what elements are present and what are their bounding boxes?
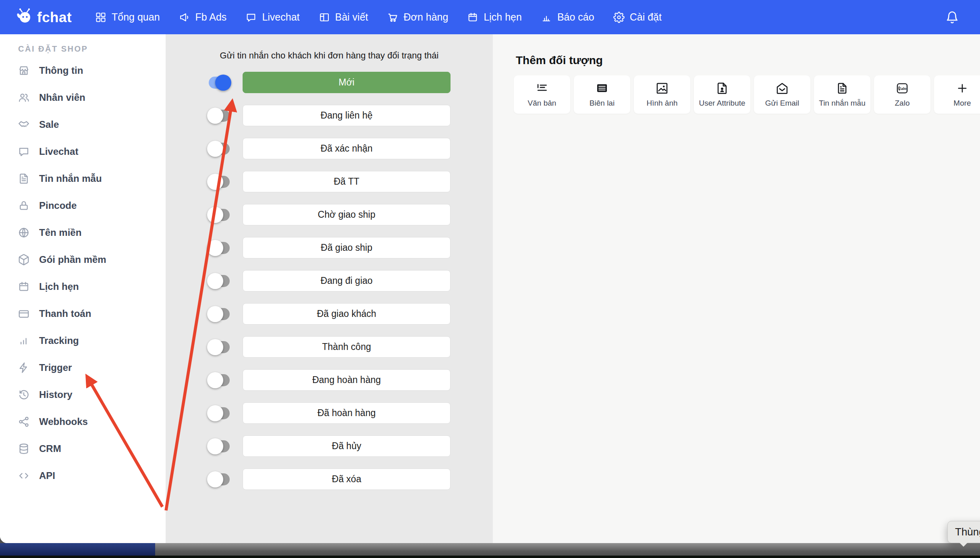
sidebar-item-thông-tin[interactable]: Thông tin xyxy=(0,57,166,84)
svg-text:Zalo: Zalo xyxy=(899,87,906,91)
status-row: Đã giao khách xyxy=(166,303,493,325)
status-button[interactable]: Chờ giao ship xyxy=(243,204,451,225)
nav-item-fb-ads[interactable]: Fb Ads xyxy=(179,11,227,23)
toggle-knob xyxy=(207,339,223,355)
status-button[interactable]: Đang đi giao xyxy=(243,270,451,291)
status-button[interactable]: Đã giao ship xyxy=(243,237,451,258)
status-toggle[interactable] xyxy=(209,440,230,452)
bell-icon xyxy=(945,10,959,24)
status-row: Đang liên hệ xyxy=(166,105,493,126)
status-row: Mới xyxy=(166,72,493,93)
status-toggle[interactable] xyxy=(209,374,230,386)
tracking-bars-icon xyxy=(18,335,30,347)
object-card-zalo[interactable]: ZaloZalo xyxy=(874,75,930,114)
status-toggle[interactable] xyxy=(209,473,230,485)
nav-item-label: Bài viết xyxy=(335,11,368,23)
sidebar-item-webhooks[interactable]: Webhooks xyxy=(0,408,166,435)
toggle-knob xyxy=(207,273,223,289)
sidebar-item-label: Thông tin xyxy=(39,65,83,76)
sidebar-item-lịch-hẹn[interactable]: Lịch hẹn xyxy=(0,273,166,300)
status-toggle[interactable] xyxy=(209,407,230,419)
object-card-hình-ảnh[interactable]: Hình ảnh xyxy=(634,75,690,114)
status-button[interactable]: Đã xác nhận xyxy=(243,138,451,159)
sidebar-item-api[interactable]: API xyxy=(0,462,166,489)
object-card-gửi-email[interactable]: Gửi Email xyxy=(754,75,810,114)
nav-item-bài-viết[interactable]: Bài viết xyxy=(319,11,368,23)
status-button[interactable]: Thành công xyxy=(243,336,451,358)
toggle-knob xyxy=(207,141,223,157)
sidebar-item-sale[interactable]: Sale xyxy=(0,111,166,138)
globe-icon xyxy=(18,227,30,239)
status-button[interactable]: Đã giao khách xyxy=(243,303,451,325)
nav-item-cài-đặt[interactable]: Cài đặt xyxy=(613,11,662,23)
sidebar-item-crm[interactable]: CRM xyxy=(0,435,166,462)
object-card-label: Biên lai xyxy=(590,99,615,108)
sidebar-item-history[interactable]: History xyxy=(0,381,166,408)
database-icon xyxy=(18,443,30,455)
panel-title: Gửi tin nhắn cho khách khi đơn hàng thay… xyxy=(166,50,493,61)
status-toggle[interactable] xyxy=(209,209,230,221)
object-card-văn-bản[interactable]: Văn bản xyxy=(514,75,570,114)
sidebar-item-label: Sale xyxy=(39,119,59,130)
status-toggle[interactable] xyxy=(209,242,230,254)
nav-item-báo-cáo[interactable]: Báo cáo xyxy=(541,11,594,23)
calendar-icon xyxy=(18,281,30,293)
nav-item-lịch-hẹn[interactable]: Lịch hẹn xyxy=(467,11,522,23)
nav-item-tổng-quan[interactable]: Tổng quan xyxy=(95,11,160,23)
chart-icon xyxy=(541,12,552,23)
sidebar-item-label: Gói phần mềm xyxy=(39,254,106,265)
status-button[interactable]: Đã hủy xyxy=(243,435,451,457)
object-card-biên-lai[interactable]: Biên lai xyxy=(574,75,630,114)
sidebar-item-nhân-viên[interactable]: Nhân viên xyxy=(0,84,166,111)
status-toggle[interactable] xyxy=(209,176,230,188)
toggle-knob xyxy=(207,471,223,487)
calendar-icon xyxy=(467,12,478,23)
sidebar-item-tin-nhắn-mẫu[interactable]: Tin nhắn mẫu xyxy=(0,165,166,192)
object-cards: Văn bảnBiên laiHình ảnhUser AttributeGửi… xyxy=(514,75,980,114)
status-row: Đã giao ship xyxy=(166,237,493,258)
fchat-bee-icon xyxy=(16,8,33,27)
object-card-user-attribute[interactable]: User Attribute xyxy=(694,75,750,114)
notifications-button[interactable] xyxy=(945,10,959,24)
status-rows: MớiĐang liên hệĐã xác nhậnĐã TTChờ giao … xyxy=(166,72,493,490)
settings-sidebar: CÀI ĐẶT SHOP Thông tinNhân viênSaleLivec… xyxy=(0,34,166,543)
status-button[interactable]: Đã xóa xyxy=(243,468,451,490)
status-button[interactable]: Đang liên hệ xyxy=(243,105,451,126)
sidebar-item-tên-miền[interactable]: Tên miền xyxy=(0,219,166,246)
sidebar-item-tracking[interactable]: Tracking xyxy=(0,327,166,354)
sidebar-item-label: CRM xyxy=(39,443,61,454)
status-toggle[interactable] xyxy=(209,308,230,320)
mail-open-icon xyxy=(775,81,789,95)
zap-icon xyxy=(18,362,30,374)
object-card-tin-nhắn-mẫu[interactable]: Tin nhắn mẫu xyxy=(814,75,870,114)
nav-item-label: Cài đặt xyxy=(630,11,662,23)
nav-item-đơn-hàng[interactable]: Đơn hàng xyxy=(387,11,448,23)
toggle-knob xyxy=(207,174,223,190)
file-text-icon xyxy=(18,173,30,185)
history-icon xyxy=(18,389,30,401)
user-file-icon xyxy=(715,81,729,95)
fchat-logo[interactable]: fchat xyxy=(16,8,89,27)
status-button[interactable]: Đã hoàn hàng xyxy=(243,402,451,424)
object-card-label: Tin nhắn mẫu xyxy=(819,99,865,108)
status-button[interactable]: Mới xyxy=(243,72,451,93)
status-toggle[interactable] xyxy=(209,77,230,89)
sidebar-item-gói-phần-mềm[interactable]: Gói phần mềm xyxy=(0,246,166,273)
sidebar-item-livechat[interactable]: Livechat xyxy=(0,138,166,165)
handshake-icon xyxy=(18,119,30,131)
status-toggle[interactable] xyxy=(209,143,230,155)
sidebar-item-pincode[interactable]: Pincode xyxy=(0,192,166,219)
status-toggle[interactable] xyxy=(209,341,230,353)
sidebar-list: Thông tinNhân viênSaleLivechatTin nhắn m… xyxy=(0,57,166,489)
status-toggle[interactable] xyxy=(209,110,230,122)
sidebar-item-thanh-toán[interactable]: Thanh toán xyxy=(0,300,166,327)
object-card-label: User Attribute xyxy=(699,99,745,108)
nav-item-livechat[interactable]: Livechat xyxy=(245,11,299,23)
sidebar-item-trigger[interactable]: Trigger xyxy=(0,354,166,381)
users-icon xyxy=(18,92,30,104)
status-toggle[interactable] xyxy=(209,275,230,287)
object-card-more[interactable]: More xyxy=(934,75,980,114)
status-button[interactable]: Đang hoàn hàng xyxy=(243,369,451,391)
status-button[interactable]: Đã TT xyxy=(243,171,451,192)
object-card-label: Gửi Email xyxy=(765,99,799,108)
